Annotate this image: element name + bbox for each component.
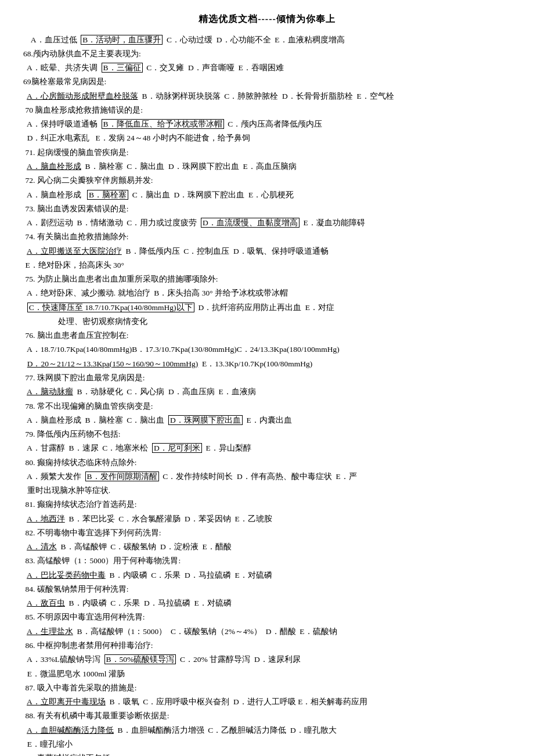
line-48: A．立即离开中毒现场 B．吸氧 C．应用呼吸中枢兴奋剂 D．进行人工呼吸 E．相… bbox=[23, 696, 511, 708]
line-39: A．巴比妥类药物中毒 B．内吸磷 C．乐果 D．马拉硫磷 E．对硫磷 bbox=[23, 569, 511, 582]
line-8: D．纠正水电紊乱 E．发病 24～48 小时内不能进食，给予鼻饲 bbox=[23, 132, 511, 145]
line-43: A．生理盐水 B．高锰酸钾（1：5000） C．碳酸氢钠（2%～4%） D．醋酸… bbox=[23, 625, 511, 638]
line-50: A．血胆碱酯酶活力降低 B．血胆碱酯酶活力增强 C．乙酰胆碱活力降低 D．瞳孔散… bbox=[23, 724, 511, 737]
line-21: 处理、密切观察病情变化 bbox=[23, 315, 511, 328]
line-44: 86. 中枢抑制患者禁用何种排毒治疗: bbox=[23, 639, 511, 652]
line-16: A．立即搬送至大医院治疗 B．降低颅内压 C．控制血压 D．吸氧、保持呼吸道通畅 bbox=[23, 245, 511, 258]
line-22: 76. 脑出血患者血压宜控制在: bbox=[23, 329, 511, 342]
line-40: 84. 碳酸氢钠禁用于何种洗胃: bbox=[23, 583, 511, 596]
line-14: A．剧烈运动 B．情绪激动 C．用力或过度疲劳 D．血流缓慢、血黏度增高 E．凝… bbox=[23, 217, 511, 229]
line-6: 70 脑血栓形成抢救措施错误的是: bbox=[23, 104, 511, 117]
line-1: A．血压过低 B．活动时，血压骤升 C．心动过缓 D．心功能不全 E．血液粘稠度… bbox=[23, 34, 511, 46]
line-49: 88. 有关有机磷中毒其最重要诊断依据是: bbox=[23, 710, 511, 722]
line-15: 74. 有关脑出血抢救措施除外: bbox=[23, 231, 511, 243]
line-47: 87. 吸入中毒首先采取的措施是: bbox=[23, 682, 511, 694]
line-5: A．心房颤动形成附壁血栓脱落 B．动脉粥样斑块脱落 C．肺脓肿脓栓 D．长骨骨折… bbox=[23, 90, 511, 103]
line-18: 75. 为防止脑出血患者出血加重所采取的措施哪项除外: bbox=[23, 273, 511, 286]
main-content: A．血压过低 B．活动时，血压骤升 C．心动过缓 D．心功能不全 E．血液粘稠度… bbox=[23, 34, 511, 756]
line-29: 79. 降低颅内压药物不包括: bbox=[23, 428, 511, 441]
line-19: A．绝对卧床、减少搬动. 就地治疗 B．床头抬高 30° 并给予冰枕或带冰帽 bbox=[23, 287, 511, 300]
line-27: 78. 常不出现偏瘫的脑血管疾病变是: bbox=[23, 400, 511, 413]
line-3: A．眩晕、共济失调 B．三偏征 C．交叉瘫 D．声音嘶哑 E．吞咽困难 bbox=[23, 62, 511, 74]
line-23: A．18.7/10.7Kpa(140/80mmHg)B．17.3/10.7Kpa… bbox=[23, 343, 511, 356]
line-37: A．清水 B．高锰酸钾 C．碳酸氢钠 D．淀粉液 E．醋酸 bbox=[23, 541, 511, 553]
line-46: E．微温肥皂水 1000ml 灌肠 bbox=[23, 668, 511, 681]
line-38: 83. 高锰酸钾（1：5000）用于何种毒物洗胃: bbox=[23, 555, 511, 567]
line-26: A．脑动脉瘤 B．动脉硬化 C．风心病 D．高血压病 E．血液病 bbox=[23, 386, 511, 398]
line-35: A．地西泮 B．苯巴比妥 C．水合氯醛灌肠 D．苯妥因钠 E．乙琥胺 bbox=[23, 513, 511, 525]
line-12: A．脑血栓形成 B．脑栓塞 C．脑出血 D．珠网膜下腔出血 E．心肌梗死 bbox=[23, 189, 511, 201]
line-36: 82. 不明毒物中毒宜选择下列何药洗胃: bbox=[23, 527, 511, 539]
line-17: E．绝对卧床，抬高床头 30° bbox=[23, 259, 511, 272]
page-header: 精选优质文档-----倾情为你奉上 bbox=[23, 12, 511, 27]
line-10: A．脑血栓形成 B．脑栓塞 C．脑出血 D．珠网膜下腔出血 E．高血压脑病 bbox=[23, 160, 511, 173]
line-24: D．20～21/12～13.3Kpa(150～160/90～100mmHg) E… bbox=[23, 358, 511, 370]
line-28: A．脑血栓形成 B．脑栓塞 C．脑出血 D．珠网膜下腔出血 E．内囊出血 bbox=[23, 414, 511, 427]
line-42: 85. 不明原因中毒宜选用何种洗胃: bbox=[23, 611, 511, 624]
line-34: 81. 癫痫持续状态治疗首选药是: bbox=[23, 498, 511, 511]
line-51: E．瞳孔缩小 bbox=[23, 738, 511, 751]
line-9: 71. 起病缓慢的脑血管疾病是: bbox=[23, 146, 511, 159]
line-41: A．敌百虫 B．内吸磷 C．乐果 D．马拉硫磷 E．对硫磷 bbox=[23, 597, 511, 610]
line-33: 重时出现脑水肿等症状. bbox=[23, 484, 511, 497]
line-11: 72. 风心病二尖瓣狭窄伴房颤易并发: bbox=[23, 174, 511, 187]
line-13: 73. 脑出血诱发因素错误的是: bbox=[23, 203, 511, 215]
line-2: 68.颅内动脉供血不足主要表现为: bbox=[23, 48, 511, 60]
line-25: 77. 珠网膜下腔出血最常见病因是: bbox=[23, 372, 511, 384]
line-32: A．频繁大发作 B．发作间隙期清醒 C．发作持续时间长 D．伴有高热、酸中毒症状… bbox=[23, 470, 511, 483]
line-30: A．甘露醇 B．速尿 C．地塞米松 D．尼可刹米 E．异山梨醇 bbox=[23, 442, 511, 455]
line-45: A．33%L硫酸钠导泻 B．50%硫酸镁导泻 C．20% 甘露醇导泻 D．速尿利… bbox=[23, 653, 511, 666]
line-4: 69脑栓塞最常见病因是: bbox=[23, 75, 511, 88]
line-20: C．快速降压至 18.7/10.7Kpa(140/80mmHg)以下 D．抗纤溶… bbox=[23, 301, 511, 314]
line-7: A．保持呼吸道通畅 B．降低血压、给予冰枕或带冰帽 C．颅内压高者降低颅内压 bbox=[23, 118, 511, 131]
line-52: 89. 毒蕈碱样症状不包括: bbox=[23, 752, 511, 756]
line-31: 80. 癫痫持续状态临床特点除外: bbox=[23, 456, 511, 469]
